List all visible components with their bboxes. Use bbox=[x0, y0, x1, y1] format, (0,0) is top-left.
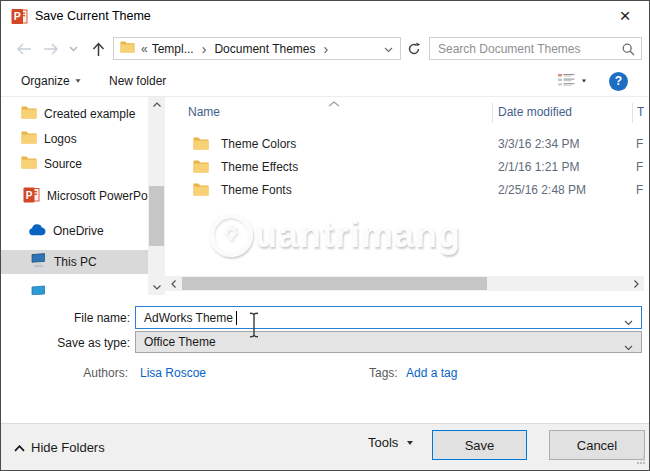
network-icon bbox=[30, 285, 47, 295]
cancel-button[interactable]: Cancel bbox=[549, 430, 645, 460]
text-caret bbox=[236, 311, 237, 325]
breadcrumb-separator-icon: › bbox=[196, 42, 213, 56]
sidebar-item-label: Source bbox=[44, 157, 82, 171]
file-date-modified: 3/3/16 2:34 PM bbox=[498, 137, 579, 151]
navigation-bar: « Templ... › Document Themes › bbox=[1, 34, 649, 64]
column-header-name[interactable]: Name bbox=[188, 105, 220, 119]
file-list: Name Date modified T Theme Colors 3/3/16… bbox=[165, 97, 644, 295]
folder-icon bbox=[193, 160, 209, 176]
folder-icon bbox=[193, 183, 209, 199]
file-name-label: File name: bbox=[40, 311, 130, 325]
add-a-tag-link[interactable]: Add a tag bbox=[406, 366, 457, 380]
tools-button[interactable]: Tools bbox=[368, 435, 413, 450]
file-date-modified: 2/1/16 1:21 PM bbox=[498, 160, 579, 174]
command-toolbar: Organize New folder ? bbox=[1, 66, 649, 97]
up-button[interactable] bbox=[87, 38, 109, 60]
save-as-type-label: Save as type: bbox=[30, 336, 130, 350]
sidebar-item-logos[interactable]: Logos bbox=[1, 127, 148, 151]
file-name: Theme Fonts bbox=[221, 183, 292, 197]
column-header-date-modified[interactable]: Date modified bbox=[498, 105, 572, 119]
folder-icon bbox=[120, 41, 135, 56]
file-name-value: AdWorks Theme bbox=[144, 311, 233, 325]
breadcrumb-segment-document-themes[interactable]: Document Themes bbox=[212, 42, 317, 56]
sidebar-item-onedrive[interactable]: OneDrive bbox=[1, 219, 148, 243]
scroll-left-icon[interactable] bbox=[166, 276, 180, 291]
column-header-type[interactable]: T bbox=[637, 105, 644, 119]
breadcrumb-segment-templates[interactable]: Templ... bbox=[150, 42, 196, 56]
chevron-down-icon bbox=[407, 441, 413, 445]
change-view-button[interactable] bbox=[557, 66, 587, 96]
navigation-pane: Created example Logos Source P bbox=[1, 97, 148, 295]
breadcrumb-collapsed-marker[interactable]: « bbox=[139, 42, 150, 56]
file-name: Theme Effects bbox=[221, 160, 298, 174]
file-name: Theme Colors bbox=[221, 137, 296, 151]
authors-value-link[interactable]: Lisa Roscoe bbox=[140, 366, 206, 380]
scroll-right-icon[interactable] bbox=[629, 276, 643, 291]
file-date-modified: 2/25/16 2:48 PM bbox=[498, 183, 586, 197]
help-button[interactable]: ? bbox=[609, 66, 628, 96]
watermark: uantrimang bbox=[209, 213, 461, 257]
folder-icon bbox=[21, 131, 37, 147]
folder-icon bbox=[21, 106, 37, 122]
title-bar: P Save Current Theme × bbox=[1, 1, 649, 31]
tools-label: Tools bbox=[368, 435, 398, 450]
tags-label: Tags: bbox=[369, 366, 398, 380]
sidebar-item-this-pc[interactable]: This PC bbox=[1, 250, 148, 274]
forward-button[interactable] bbox=[40, 38, 62, 60]
authors-label: Authors: bbox=[48, 366, 128, 380]
sidebar-item-microsoft-powerpoint[interactable]: P Microsoft PowerPo bbox=[1, 184, 148, 208]
save-label: Save bbox=[465, 438, 495, 453]
search-input[interactable] bbox=[438, 39, 618, 58]
folder-icon bbox=[193, 137, 209, 153]
search-icon[interactable] bbox=[622, 43, 635, 59]
file-name-input[interactable]: AdWorks Theme bbox=[135, 306, 642, 329]
scrollbar-thumb[interactable] bbox=[182, 277, 487, 290]
sidebar-item-label: Created example bbox=[44, 107, 135, 121]
file-row-theme-fonts[interactable]: Theme Fonts 2/25/16 2:48 PM F bbox=[165, 180, 644, 202]
scroll-down-icon[interactable] bbox=[148, 280, 165, 295]
svg-text:P: P bbox=[26, 189, 33, 200]
back-button[interactable] bbox=[13, 38, 35, 60]
save-as-type-value: Office Theme bbox=[144, 335, 216, 349]
file-list-horizontal-scrollbar[interactable] bbox=[165, 276, 644, 291]
save-as-type-select[interactable]: Office Theme bbox=[135, 331, 642, 353]
sidebar-scrollbar[interactable] bbox=[148, 97, 165, 295]
file-row-theme-colors[interactable]: Theme Colors 3/3/16 2:34 PM F bbox=[165, 134, 644, 156]
resize-grip[interactable] bbox=[637, 453, 646, 467]
help-icon: ? bbox=[609, 72, 628, 91]
new-folder-label: New folder bbox=[109, 74, 166, 88]
sidebar-item-created-example[interactable]: Created example bbox=[1, 102, 148, 126]
organize-button[interactable]: Organize bbox=[21, 66, 81, 96]
sidebar-item-network[interactable] bbox=[1, 282, 148, 295]
chevron-down-icon[interactable] bbox=[624, 315, 633, 329]
onedrive-cloud-icon bbox=[28, 224, 46, 239]
column-separator[interactable] bbox=[492, 103, 493, 123]
sort-ascending-icon bbox=[328, 97, 340, 110]
organize-label: Organize bbox=[21, 74, 70, 88]
file-type: F bbox=[636, 160, 643, 174]
hide-folders-button[interactable]: Hide Folders bbox=[14, 440, 105, 455]
refresh-button[interactable] bbox=[403, 37, 424, 60]
this-pc-icon bbox=[30, 253, 47, 271]
save-button[interactable]: Save bbox=[432, 430, 527, 460]
sidebar-item-label: This PC bbox=[54, 255, 97, 269]
column-separator[interactable] bbox=[632, 103, 633, 123]
new-folder-button[interactable]: New folder bbox=[109, 66, 166, 96]
sidebar-item-label: Logos bbox=[44, 132, 77, 146]
scroll-up-icon[interactable] bbox=[148, 97, 165, 112]
lightbulb-logo-icon bbox=[209, 213, 253, 257]
svg-text:P: P bbox=[14, 10, 21, 22]
chevron-down-icon bbox=[75, 79, 80, 82]
sidebar-item-source[interactable]: Source bbox=[1, 152, 148, 176]
file-row-theme-effects[interactable]: Theme Effects 2/1/16 1:21 PM F bbox=[165, 157, 644, 179]
powerpoint-app-icon: P bbox=[11, 8, 28, 25]
close-button[interactable]: × bbox=[609, 3, 641, 29]
file-type: F bbox=[636, 183, 643, 197]
address-dropdown-chevron-icon[interactable] bbox=[377, 42, 400, 56]
address-bar[interactable]: « Templ... › Document Themes › bbox=[113, 37, 401, 60]
scrollbar-thumb[interactable] bbox=[149, 186, 164, 246]
folder-icon bbox=[21, 156, 37, 172]
powerpoint-icon: P bbox=[23, 187, 40, 206]
search-box bbox=[429, 37, 642, 60]
recent-locations-chevron-icon[interactable] bbox=[65, 38, 81, 60]
